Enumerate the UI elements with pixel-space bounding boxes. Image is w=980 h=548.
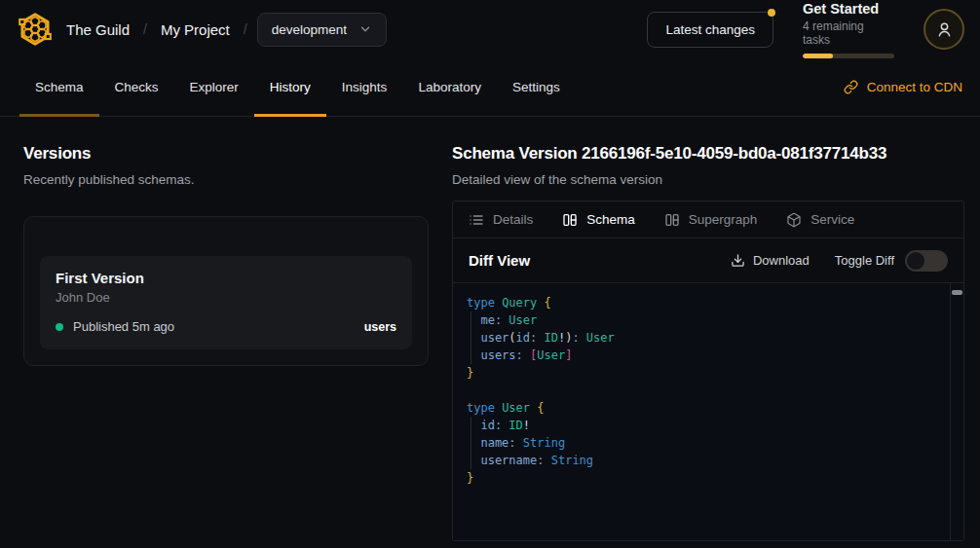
notification-dot [768, 9, 775, 17]
toggle-diff-label: Toggle Diff [835, 253, 894, 268]
main-content: Versions Recently published schemas. Fir… [0, 117, 980, 541]
versions-list-card: First Version John Doe Published 5m ago … [23, 216, 429, 366]
link-icon [844, 80, 858, 94]
nav-tab-insights[interactable]: Insights [326, 58, 403, 116]
version-detail-tabs: Details Schema Supergraph [453, 201, 963, 238]
nav-tab-history[interactable]: History [254, 58, 326, 116]
toggle-knob [907, 252, 924, 270]
version-service-badge: users [364, 320, 396, 334]
download-button[interactable]: Download [731, 253, 810, 268]
nav-tab-checks[interactable]: Checks [99, 58, 174, 116]
breadcrumb-separator: / [143, 21, 147, 37]
toggle-diff-control: Toggle Diff [835, 250, 948, 272]
columns-icon [664, 212, 680, 228]
breadcrumb-org[interactable]: The Guild [58, 16, 137, 44]
get-started-subtitle: 4 remaining tasks [803, 19, 894, 47]
version-detail-box: Details Schema Supergraph [452, 201, 964, 541]
version-detail-panel: Schema Version 2166196f-5e10-4059-bd0a-0… [429, 117, 980, 541]
versions-panel: Versions Recently published schemas. Fir… [0, 117, 429, 541]
tab-service[interactable]: Service [786, 212, 854, 228]
published-status-dot [56, 323, 63, 331]
code-scrollbar[interactable] [950, 283, 963, 540]
code-scrollbar-thumb[interactable] [952, 290, 962, 295]
versions-title: Versions [23, 144, 429, 164]
download-label: Download [753, 253, 810, 268]
breadcrumb-project[interactable]: My Project [153, 16, 238, 44]
chevron-down-icon [358, 22, 372, 36]
nav-tabs: Schema Checks Explorer History Insights … [19, 58, 576, 116]
diff-view-actions: Download Toggle Diff [731, 250, 948, 272]
toggle-diff-switch[interactable] [905, 250, 948, 272]
tab-details[interactable]: Details [469, 212, 533, 228]
version-author: John Doe [56, 290, 396, 305]
cube-icon [786, 212, 802, 228]
app-header: The Guild / My Project / development Lat… [0, 0, 980, 58]
diff-view-header: Diff View Download Toggle Diff [453, 238, 963, 283]
tab-supergraph[interactable]: Supergraph [664, 212, 758, 228]
get-started-progress-fill [803, 54, 833, 58]
user-icon [935, 20, 954, 39]
get-started-title: Get Started [803, 1, 894, 17]
get-started-progress-bar [803, 54, 894, 58]
columns-icon [562, 212, 578, 228]
latest-changes-button[interactable]: Latest changes [647, 12, 773, 48]
version-status-text: Published 5m ago [73, 319, 174, 334]
target-selector-value: development [272, 22, 347, 37]
version-detail-subtitle: Detailed view of the schema version [452, 172, 964, 187]
nav-tab-laboratory[interactable]: Laboratory [402, 58, 497, 116]
connect-to-cdn-label: Connect to CDN [867, 80, 962, 94]
list-icon [469, 212, 484, 228]
download-icon [731, 253, 745, 268]
nav-tab-schema[interactable]: Schema [19, 58, 99, 116]
target-nav: Schema Checks Explorer History Insights … [0, 58, 980, 117]
version-status-row: Published 5m ago users [56, 319, 396, 334]
schema-code-viewer[interactable]: type Query { me: User user(id: ID!): Use… [453, 283, 963, 540]
version-detail-title: Schema Version 2166196f-5e10-4059-bd0a-0… [452, 144, 964, 164]
latest-changes-label: Latest changes [665, 22, 755, 37]
breadcrumb-separator: / [244, 21, 247, 37]
target-selector-dropdown[interactable]: development [257, 13, 387, 47]
schema-code-lines: type Query { me: User user(id: ID!): Use… [467, 294, 944, 487]
breadcrumb: The Guild / My Project / development [16, 10, 387, 49]
tab-schema[interactable]: Schema [562, 212, 635, 228]
header-actions: Latest changes Get Started 4 remaining t… [647, 1, 964, 58]
nav-tab-settings[interactable]: Settings [497, 58, 576, 116]
get-started-widget[interactable]: Get Started 4 remaining tasks [803, 1, 894, 58]
version-name: First Version [56, 270, 396, 286]
version-list-item[interactable]: First Version John Doe Published 5m ago … [40, 256, 412, 349]
honeycomb-logo-icon [17, 11, 54, 48]
diff-view-title: Diff View [469, 252, 530, 269]
user-avatar[interactable] [923, 9, 964, 50]
versions-subtitle: Recently published schemas. [23, 172, 429, 187]
nav-tab-explorer[interactable]: Explorer [174, 58, 254, 116]
connect-to-cdn-link[interactable]: Connect to CDN [844, 80, 962, 94]
hive-logo[interactable] [16, 10, 55, 49]
